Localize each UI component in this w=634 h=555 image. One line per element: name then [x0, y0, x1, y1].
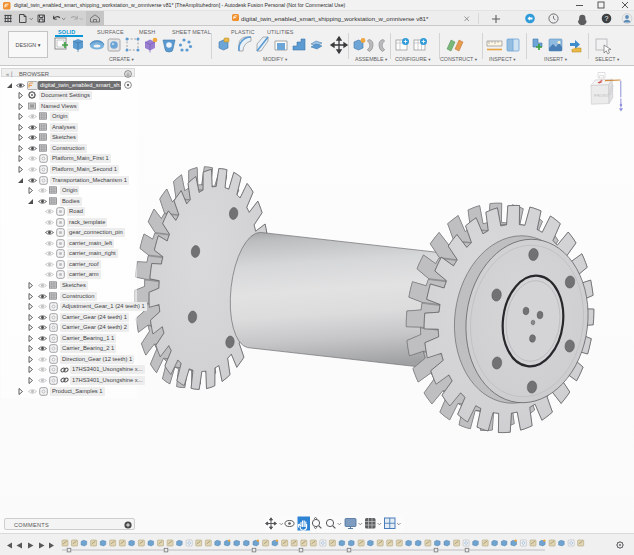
svg-text:?: ?	[605, 15, 609, 22]
